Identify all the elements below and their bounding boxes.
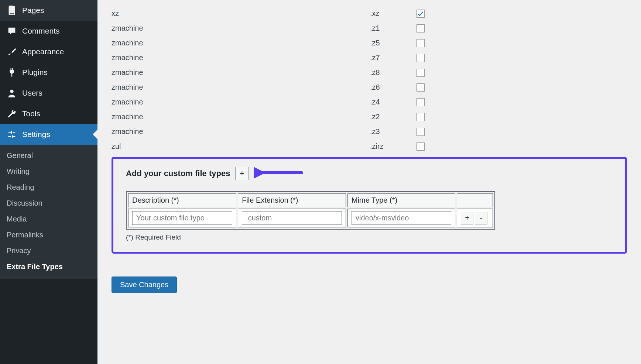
save-button[interactable]: Save Changes [112,277,177,293]
row-remove-button[interactable]: - [475,212,487,224]
sidebar-item-tools[interactable]: Tools [0,103,97,124]
file-type-name: zmachine [112,68,370,77]
sidebar-item-label: Appearance [22,47,64,56]
file-type-row: xz.xz [112,9,627,18]
file-type-row: zul.zirz [112,142,627,151]
sidebar-item-pages[interactable]: Pages [0,0,97,21]
comment-icon [7,26,17,36]
file-type-checkbox[interactable] [417,54,425,62]
sidebar-item-label: Tools [22,109,40,118]
file-type-ext: .z4 [370,98,417,106]
file-type-checkbox[interactable] [417,10,425,18]
file-type-name: zul [112,142,370,151]
page-icon [7,5,17,16]
file-type-ext: .z1 [370,24,417,32]
file-type-row: zmachine.z5 [112,39,627,47]
sidebar-item-label: Users [22,89,42,97]
file-type-checkbox[interactable] [417,39,425,47]
file-type-name: zmachine [112,54,370,62]
file-type-ext: .z2 [370,113,417,121]
file-type-checkbox[interactable] [417,24,425,32]
sidebar-sub-general[interactable]: General [0,148,97,164]
sidebar-sub-privacy[interactable]: Privacy [0,243,97,259]
required-note: (*) Required Field [126,233,613,241]
file-type-ext: .z3 [370,127,417,136]
sidebar-item-settings[interactable]: Settings [0,124,97,145]
file-type-name: zmachine [112,83,370,92]
file-type-checkbox[interactable] [417,113,425,121]
file-type-row: zmachine.z3 [112,127,627,136]
add-custom-row: Add your custom file types + [126,166,613,181]
sliders-icon [7,129,17,140]
sidebar-sub-reading[interactable]: Reading [0,179,97,195]
sidebar-sub-writing[interactable]: Writing [0,164,97,179]
file-type-name: zmachine [112,127,370,136]
file-type-ext: .z8 [370,68,417,77]
wrench-icon [7,109,17,119]
sidebar-submenu: GeneralWritingReadingDiscussionMediaPerm… [0,145,97,279]
sidebar-item-label: Plugins [22,68,48,77]
header-mime: Mime Type (*) [347,193,455,207]
table-header-row: Description (*) File Extension (*) Mime … [128,193,493,207]
file-type-name: zmachine [112,39,370,47]
file-type-name: zmachine [112,98,370,106]
file-type-row: zmachine.z6 [112,83,627,92]
row-add-button[interactable]: + [461,212,473,224]
custom-types-table: Description (*) File Extension (*) Mime … [126,191,495,230]
admin-sidebar: PagesCommentsAppearancePluginsUsersTools… [0,0,97,364]
sidebar-item-users[interactable]: Users [0,83,97,103]
sidebar-item-plugins[interactable]: Plugins [0,62,97,83]
sidebar-item-label: Pages [22,6,44,15]
file-type-row: zmachine.z2 [112,113,627,121]
add-custom-label: Add your custom file types [126,169,230,178]
file-type-row: zmachine.z7 [112,54,627,62]
file-type-checkbox[interactable] [417,98,425,106]
file-type-ext: .z5 [370,39,417,47]
sidebar-item-label: Settings [22,130,50,139]
file-type-ext: .zirz [370,142,417,151]
file-type-list: xz.xzzmachine.z1zmachine.z5zmachine.z7zm… [112,9,627,151]
file-type-name: zmachine [112,113,370,121]
svg-point-2 [10,90,13,93]
custom-file-types-section: Add your custom file types + [112,157,627,254]
sidebar-sub-discussion[interactable]: Discussion [0,195,97,211]
brush-icon [7,47,17,57]
sidebar-sub-permalinks[interactable]: Permalinks [0,227,97,243]
header-actions [457,193,493,207]
header-extension: File Extension (*) [238,193,346,207]
sidebar-item-appearance[interactable]: Appearance [0,41,97,62]
file-type-checkbox[interactable] [417,142,425,151]
file-type-row: zmachine.z1 [112,24,627,32]
sidebar-sub-extra-file-types[interactable]: Extra File Types [0,259,97,275]
file-type-name: xz [112,9,370,18]
annotation-arrow-icon [254,166,305,181]
plug-icon [7,67,17,78]
extension-input[interactable] [242,211,342,225]
description-input[interactable] [132,211,232,225]
file-type-ext: .xz [370,9,417,18]
svg-rect-1 [10,6,15,13]
file-type-ext: .z7 [370,54,417,62]
sidebar-sub-media[interactable]: Media [0,211,97,227]
file-type-checkbox[interactable] [417,69,425,77]
file-type-row: zmachine.z4 [112,98,627,106]
user-icon [7,88,17,98]
sidebar-item-comments[interactable]: Comments [0,21,97,41]
file-type-name: zmachine [112,24,370,32]
file-type-ext: .z6 [370,83,417,92]
add-custom-button[interactable]: + [235,167,248,180]
header-description: Description (*) [128,193,236,207]
mime-input[interactable] [352,211,451,225]
main-content: xz.xzzmachine.z1zmachine.z5zmachine.z7zm… [97,0,641,364]
file-type-checkbox[interactable] [417,83,425,92]
table-row: +- [128,209,493,227]
file-type-row: zmachine.z8 [112,68,627,77]
sidebar-item-label: Comments [22,27,60,35]
file-type-checkbox[interactable] [417,128,425,136]
